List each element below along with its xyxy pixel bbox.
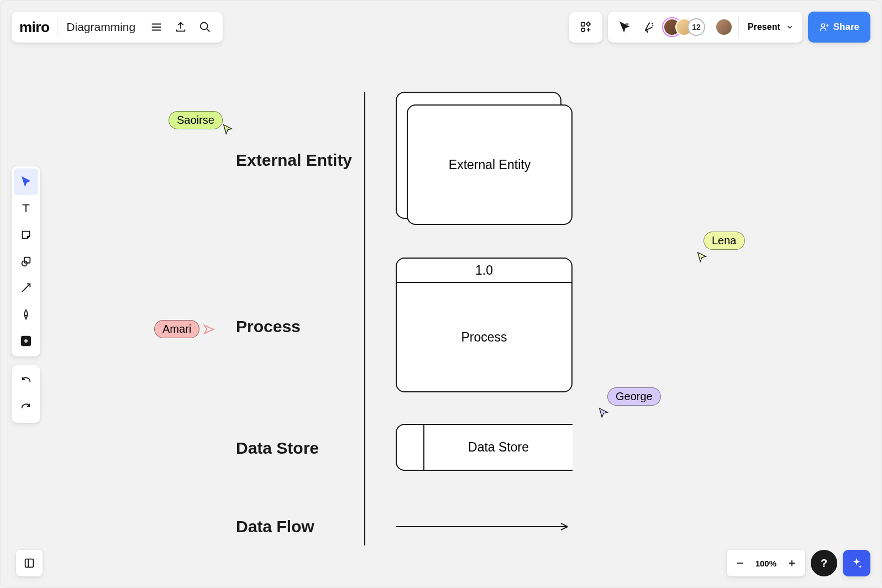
cursor-pointer-icon [597,407,610,419]
search-icon[interactable] [193,15,217,39]
history-toolbar [12,365,40,423]
tool-pen[interactable] [14,301,38,328]
board-name[interactable]: Diagramming [57,20,144,34]
apps-panel [569,12,602,43]
plus-icon [787,558,797,568]
canvas[interactable]: External Entity Process Data Store Data … [1,1,881,587]
svg-point-0 [201,23,208,30]
help-button[interactable]: ? [811,550,837,576]
cursor-pointer-icon [222,123,234,135]
chevron-down-icon [786,23,794,31]
sparkle-icon [851,557,863,569]
cursor-lena: Lena [696,232,745,263]
ai-button[interactable] [843,550,870,576]
zoom-in-button[interactable] [781,552,803,574]
tool-connector[interactable] [14,275,38,301]
label-data-store: Data Store [236,439,319,458]
shape-process-id: 1.0 [397,259,571,283]
svg-rect-4 [24,258,30,263]
zoom-panel: 100% [727,550,805,576]
svg-rect-1 [581,23,585,26]
shape-process[interactable]: 1.0 Process [396,258,573,392]
tool-sticky-note[interactable] [14,222,38,248]
frames-icon [23,557,35,569]
tool-add[interactable] [14,328,38,354]
shape-data-store[interactable]: Data Store [396,424,573,471]
cursor-pointer-icon [203,323,215,335]
zoom-level[interactable]: 100% [751,559,781,568]
shape-process-label: Process [397,283,571,391]
avatar-overflow-count[interactable]: 12 [687,18,705,36]
share-label: Share [833,22,859,33]
label-process: Process [236,317,301,336]
shape-external-entity-label: External Entity [449,158,531,172]
minus-icon [735,558,745,568]
reactions-icon[interactable] [637,15,661,39]
apps-icon[interactable] [574,15,598,39]
help-label: ? [821,557,827,570]
menu-icon[interactable] [144,15,169,39]
share-button[interactable]: Share [808,12,870,43]
label-data-flow: Data Flow [236,517,314,536]
shape-data-store-tab [397,425,424,470]
tool-shapes[interactable] [14,248,38,275]
svg-rect-7 [25,559,34,568]
cursor-amari: Amari [154,320,215,338]
current-user-avatar-group [713,18,735,36]
user-plus-icon [819,22,829,32]
topbar-right: 12 Present Share [569,12,870,43]
export-icon[interactable] [169,15,193,39]
svg-point-3 [821,24,825,27]
cursor-label: Saoirse [169,111,223,129]
bottom-right-controls: 100% ? [727,550,870,576]
present-button[interactable]: Present [738,16,798,38]
cursor-pointer-icon [696,251,708,263]
topbar-left: miro Diagramming [12,12,223,43]
cursor-label: Lena [704,232,745,250]
cursor-label: Amari [154,320,200,338]
collab-panel: 12 Present [608,12,802,43]
shape-external-entity[interactable]: External Entity [407,104,573,225]
undo-button[interactable] [14,368,38,394]
shape-data-flow-arrow[interactable] [396,521,573,534]
cursor-mode-icon[interactable] [612,15,637,39]
label-external-entity: External Entity [236,151,352,170]
collaborator-avatars[interactable]: 12 [661,18,707,36]
redo-button[interactable] [14,394,38,421]
divider-line [364,92,365,545]
tool-toolbar [12,166,40,356]
app-logo[interactable]: miro [19,19,57,36]
cursor-george: George [597,387,661,419]
tool-text[interactable] [14,195,38,222]
present-label: Present [748,22,780,32]
current-user-avatar[interactable] [715,18,733,36]
svg-point-2 [581,28,585,32]
shape-data-store-label: Data Store [424,425,573,470]
tool-select[interactable] [14,169,38,195]
zoom-out-button[interactable] [729,552,751,574]
cursor-label: George [607,387,661,406]
cursor-saoirse: Saoirse [169,111,234,135]
frames-panel-button[interactable] [16,550,43,576]
